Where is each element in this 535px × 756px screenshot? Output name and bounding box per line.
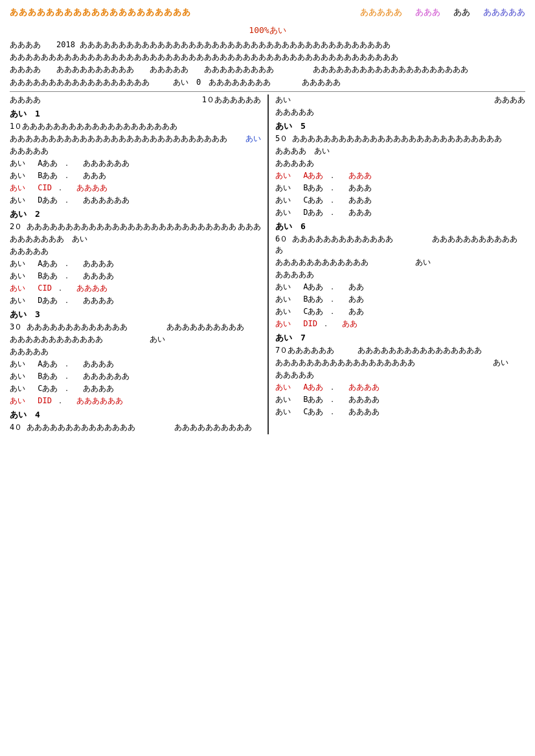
group-label-5: あああああ bbox=[275, 158, 525, 169]
group-label-1: あああああ bbox=[10, 146, 261, 157]
cid-row-5-1: あい Bああ ． あああ bbox=[275, 183, 525, 194]
cid-row-2-1: あい Bああ ． ああああ bbox=[10, 271, 261, 282]
group-label-2: あああああ bbox=[10, 246, 261, 257]
group-label-3: あああああ bbox=[10, 346, 261, 357]
cid-row-1-3: あい Dああ ． ああああああ bbox=[10, 195, 261, 206]
left-column: ああああ 1０ああああああ あい 1 1０あああああああああああああああああああ… bbox=[10, 94, 269, 434]
cid-row-1-2: あい CID ． ああああ bbox=[10, 183, 261, 194]
cid-row-7-0: あい Aああ ． ああああ bbox=[275, 382, 525, 393]
header-nav: あああああ あああ ああ あああああ bbox=[360, 6, 525, 18]
main-content: ああああ 1０ああああああ あい 1 1０あああああああああああああああああああ… bbox=[10, 94, 525, 434]
cid-row-2-2: あい CID ． ああああ bbox=[10, 283, 261, 294]
section-extra-7: ああああああああああああああああああ あい bbox=[275, 357, 525, 368]
section-extra-2: あああああああ あい bbox=[10, 234, 261, 245]
nav-item-1[interactable]: あああああ bbox=[360, 6, 402, 18]
section-num-1: あい 1 bbox=[10, 108, 261, 120]
group-label-7: あああああ bbox=[275, 370, 525, 381]
info-row-1: ああああ 2018 ああああああああああああああああああああああああああああああ… bbox=[10, 39, 525, 51]
section-extra-3: ああああああああああああ あい bbox=[10, 334, 261, 345]
section-desc-7: 7０ああああああ ああああああああああああああああ bbox=[275, 345, 525, 356]
left-col-label2: 1０ああああああ bbox=[202, 94, 261, 106]
cid-row-3-3: あい DID ． ああああああ bbox=[10, 395, 261, 406]
left-section-1: あい 1 1０ああああああああああああああああああああ ああああああああああああ… bbox=[10, 108, 261, 206]
nav-item-2[interactable]: あああ bbox=[415, 6, 440, 18]
right-section-5: あい 5 5０ あああああああああああああああああああああああああああ ああああ… bbox=[275, 120, 525, 218]
cid-row-1-0: あい Aああ ． ああああああ bbox=[10, 158, 261, 169]
right-col-label2: ああああ bbox=[494, 94, 525, 106]
left-section-3: あい 3 3０ あああああああああああああ ああああああああああ あああああああ… bbox=[10, 309, 261, 406]
section-desc-5: 5０ あああああああああああああああああああああああああああ bbox=[275, 133, 525, 144]
cid-row-2-0: あい Aああ ． ああああ bbox=[10, 258, 261, 269]
right-section-6: あい 6 6０ あああああああああああああ ああああああああああああ あああああ… bbox=[275, 221, 525, 329]
right-col-header: あい ああああ bbox=[275, 94, 525, 106]
cid-row-5-3: あい Dああ ． あああ bbox=[275, 207, 525, 218]
section-num-3: あい 3 bbox=[10, 309, 261, 320]
section-desc-4: 4０ ああああああああああああああ ああああああああああ bbox=[10, 422, 261, 433]
nav-item-4[interactable]: あああああ bbox=[483, 6, 525, 18]
right-group-header: あああああ bbox=[275, 107, 525, 118]
cid-row-1-1: あい Bああ ． あああ bbox=[10, 170, 261, 181]
top-divider bbox=[10, 91, 525, 92]
left-section-2: あい 2 2０ あああああああああああああああああああああああああああ あああ … bbox=[10, 208, 261, 306]
info-row-2: ああああああああああああああああああああああああああああああああああああああああ… bbox=[10, 51, 525, 63]
cid-row-7-1: あい Bああ ． ああああ bbox=[275, 394, 525, 405]
nav-item-3[interactable]: ああ bbox=[453, 6, 470, 18]
cid-row-6-1: あい Bああ ． ああ bbox=[275, 294, 525, 305]
info-row-4: ああああああああああああああああああ あい 0 ああああああああ あああああ bbox=[10, 76, 525, 89]
cid-row-6-0: あい Aああ ． ああ bbox=[275, 282, 525, 293]
header-title: ああああああああああああああああああああ bbox=[10, 6, 191, 18]
section-desc-6: 6０ あああああああああああああ ああああああああああああ bbox=[275, 234, 525, 256]
info-block: ああああ 2018 ああああああああああああああああああああああああああああああ… bbox=[10, 39, 525, 89]
section-desc-right-2: あああ bbox=[238, 221, 261, 232]
cid-row-3-1: あい Bああ ． ああああああ bbox=[10, 371, 261, 382]
percent-line: 100%あい bbox=[10, 25, 525, 36]
cid-row-6-2: あい Cああ ． ああ bbox=[275, 306, 525, 317]
cid-row-3-2: あい Cああ ． ああああ bbox=[10, 383, 261, 394]
section-num-5: あい 5 bbox=[275, 120, 525, 132]
page-header: ああああああああああああああああああああ あああああ あああ ああ あああああ bbox=[10, 6, 525, 21]
section-desc-2: 2０ あああああああああああああああああああああああああああ あああ bbox=[10, 221, 261, 232]
section-num-6: あい 6 bbox=[275, 221, 525, 232]
info-row-3: ああああ ああああああああああ あああああ あああああああああ ああああああああ… bbox=[10, 63, 525, 76]
right-column: あい ああああ あああああ あい 5 5０ ああああああああああああああああああ… bbox=[269, 94, 525, 434]
section-num-7: あい 7 bbox=[275, 332, 525, 344]
cid-row-5-2: あい Cああ ． あああ bbox=[275, 195, 525, 206]
cid-row-6-3: あい DID ． ああ bbox=[275, 318, 525, 329]
section-num-4: あい 4 bbox=[10, 409, 261, 421]
left-col-label1: ああああ bbox=[10, 94, 41, 106]
group-label-6: あああああ bbox=[275, 269, 525, 280]
section-desc-1: 1０ああああああああああああああああああああ bbox=[10, 121, 261, 132]
section-desc-3: 3０ あああああああああああああ ああああああああああ bbox=[10, 322, 261, 333]
section-num-2: あい 2 bbox=[10, 208, 261, 220]
section-extra-5: ああああ あい bbox=[275, 146, 525, 157]
section-extra-right-1: あい bbox=[245, 133, 261, 144]
section-extra-6: ああああああああああああ あい bbox=[275, 257, 525, 268]
section-extra-1: ああああああああああああああああああああああああああああ あい bbox=[10, 133, 261, 144]
right-section-7: あい 7 7０ああああああ ああああああああああああああああ あああああああああ… bbox=[275, 332, 525, 417]
right-col-label1: あい bbox=[275, 94, 291, 106]
left-section-4: あい 4 4０ ああああああああああああああ ああああああああああ bbox=[10, 409, 261, 433]
cid-row-3-0: あい Aああ ． ああああ bbox=[10, 359, 261, 370]
left-col-header: ああああ 1０ああああああ bbox=[10, 94, 261, 106]
cid-row-7-2: あい Cああ ． ああああ bbox=[275, 406, 525, 417]
cid-row-2-3: あい Dああ ． ああああ bbox=[10, 295, 261, 306]
cid-row-5-0: あい Aああ ． あああ bbox=[275, 170, 525, 181]
